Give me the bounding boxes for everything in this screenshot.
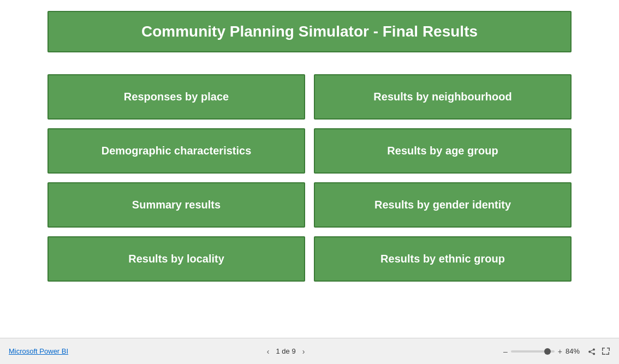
page-title: Community Planning Simulator - Final Res… <box>59 23 560 40</box>
zoom-minus-button[interactable]: – <box>503 347 508 356</box>
page-prev-button[interactable]: ‹ <box>265 346 272 357</box>
zoom-plus-button[interactable]: + <box>558 347 562 356</box>
powerbi-brand-link[interactable]: Microsoft Power BI <box>9 347 68 355</box>
zoom-slider-thumb <box>544 348 551 355</box>
pagination-text: 1 de 9 <box>276 347 295 355</box>
zoom-slider[interactable] <box>511 350 555 353</box>
main-content: Community Planning Simulator - Final Res… <box>0 0 619 338</box>
header-banner: Community Planning Simulator - Final Res… <box>47 11 572 52</box>
fullscreen-icon[interactable] <box>602 347 610 356</box>
status-bar-left: Microsoft Power BI <box>9 347 68 355</box>
results-by-neighbourhood-button[interactable]: Results by neighbourhood <box>314 74 572 120</box>
status-bar: Microsoft Power BI ‹ 1 de 9 › – + 84% <box>0 338 619 364</box>
zoom-controls: – + 84% <box>503 347 582 356</box>
summary-results-button[interactable]: Summary results <box>47 182 305 228</box>
results-by-age-group-button[interactable]: Results by age group <box>314 128 572 174</box>
results-by-gender-identity-button[interactable]: Results by gender identity <box>314 182 572 228</box>
status-bar-center: ‹ 1 de 9 › <box>265 346 307 357</box>
results-by-locality-button[interactable]: Results by locality <box>47 236 305 282</box>
buttons-grid: Responses by place Results by neighbourh… <box>47 74 572 282</box>
demographic-characteristics-button[interactable]: Demographic characteristics <box>47 128 305 174</box>
zoom-percent-label: 84% <box>566 347 582 355</box>
responses-by-place-button[interactable]: Responses by place <box>47 74 305 120</box>
page-next-button[interactable]: › <box>300 346 307 357</box>
status-bar-right: – + 84% <box>503 347 610 356</box>
results-by-ethnic-group-button[interactable]: Results by ethnic group <box>314 236 572 282</box>
share-icon[interactable] <box>587 347 596 356</box>
